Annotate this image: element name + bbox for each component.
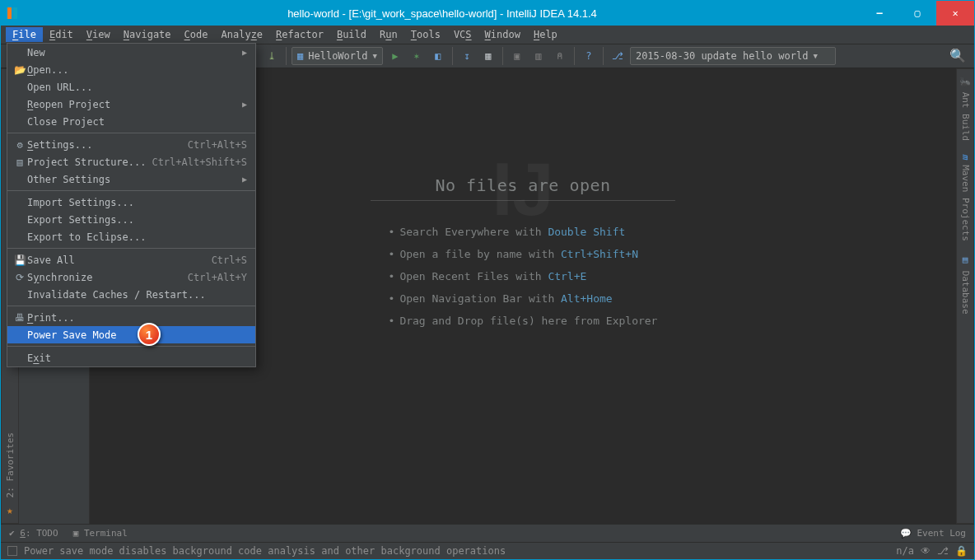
svg-rect-1 [13, 7, 17, 19]
file-menu-close[interactable]: Close Project [7, 113, 255, 130]
status-checkbox[interactable] [7, 546, 17, 556]
help-icon[interactable]: ? [580, 47, 598, 65]
menu-edit[interactable]: Edit [43, 27, 80, 42]
terminal-tool-button[interactable]: ▣ Terminal [73, 528, 128, 539]
lock-icon[interactable]: 🔒 [955, 545, 968, 557]
svg-rect-0 [7, 7, 12, 19]
debug-button-icon[interactable]: ✶ [408, 47, 426, 65]
annotation-badge: 1 [138, 323, 161, 346]
runconfig-icon: ▦ [297, 50, 303, 62]
tip-row: •Open a file by name with Ctrl+Shift+N [389, 248, 658, 260]
gear-icon: ⚙ [12, 139, 27, 151]
maven-projects-tab[interactable]: m Maven Projects [958, 147, 973, 248]
window-title: hello-world - [E:\git_work_space\hello-w… [24, 7, 861, 20]
menu-tools[interactable]: Tools [404, 27, 447, 42]
maximize-button[interactable]: ▢ [898, 1, 936, 26]
print-icon: 🖶 [12, 312, 27, 324]
minimize-button[interactable]: — [861, 1, 898, 26]
file-menu-print[interactable]: 🖶Print... [7, 309, 255, 326]
avd-icon[interactable]: ▣ [508, 47, 526, 65]
menu-bar: File Edit View Navigate Code Analyze Ref… [1, 26, 974, 44]
inspection-eye-icon[interactable]: 👁 [921, 545, 931, 557]
search-everywhere-icon[interactable]: 🔍 [949, 48, 966, 63]
file-menu-new[interactable]: New▶ [7, 44, 255, 61]
run-button-icon[interactable]: ▶ [386, 47, 404, 65]
favorites-star-icon[interactable]: ★ [7, 504, 13, 516]
menu-view[interactable]: View [80, 27, 117, 42]
close-button[interactable]: ✕ [936, 1, 974, 26]
tip-row: •Drag and Drop file(s) here from Explore… [389, 315, 658, 327]
menu-window[interactable]: Window [478, 27, 527, 42]
run-config-label: HelloWorld [308, 50, 367, 62]
menu-help[interactable]: Help [527, 27, 564, 42]
menu-navigate[interactable]: Navigate [117, 27, 178, 42]
menu-file[interactable]: File [6, 27, 43, 42]
file-menu-import-settings[interactable]: Import Settings... [7, 194, 255, 211]
tip-row: •Open Navigation Bar with Alt+Home [389, 292, 658, 305]
event-log-button[interactable]: 💬 Event Log [900, 528, 966, 539]
chevron-down-icon: ▼ [372, 52, 376, 60]
file-menu-project-structure[interactable]: ▤Project Structure...Ctrl+Alt+Shift+S [7, 153, 255, 170]
android-icon[interactable]: ⍝ [551, 47, 569, 65]
file-menu-settings[interactable]: ⚙Settings...Ctrl+Alt+S [7, 136, 255, 153]
menu-refactor[interactable]: Refactor [269, 27, 330, 42]
todo-tool-button[interactable]: ✔ 6: 6: TODOTODO [9, 528, 58, 539]
file-menu-export-settings[interactable]: Export Settings... [7, 211, 255, 228]
coverage-icon[interactable]: ◧ [429, 47, 447, 65]
database-tab[interactable]: ▤ Database [958, 248, 973, 321]
structure-icon: ▤ [12, 156, 27, 168]
sdk-icon[interactable]: ▥ [529, 47, 548, 65]
vcs-branch-icon[interactable]: ⎇ [609, 47, 627, 65]
make-project-icon[interactable]: ⤓ [263, 47, 281, 65]
file-menu-synchronize[interactable]: ⟳SynchronizeCtrl+Alt+Y [7, 268, 255, 286]
sync-icon: ⟳ [12, 272, 27, 283]
favorites-tool-tab[interactable]: 2: Favorites [2, 426, 18, 504]
intellij-watermark-icon: IJ [492, 147, 553, 232]
status-message: Power save mode disables background code… [24, 545, 506, 557]
git-branch-icon[interactable]: ⎇ [937, 545, 949, 557]
run-config-dropdown[interactable]: ▦ HelloWorld ▼ [292, 47, 383, 65]
menu-run[interactable]: Run [373, 27, 404, 42]
ant-build-tab[interactable]: 🐜 Ant Build [958, 69, 973, 147]
tool-window-bar: ✔ 6: 6: TODOTODO ▣ Terminal 💬 Event Log [1, 524, 974, 542]
title-bar: hello-world - [E:\git_work_space\hello-w… [1, 1, 974, 26]
file-menu-open[interactable]: 📂Open... [7, 61, 255, 78]
commit-icon[interactable]: ▦ [479, 47, 497, 65]
file-menu-exit[interactable]: Exit [7, 349, 255, 366]
intellij-logo-icon [6, 4, 24, 22]
file-menu-open-url[interactable]: Open URL... [7, 78, 255, 96]
folder-icon: 📂 [12, 64, 27, 76]
menu-build[interactable]: Build [330, 27, 373, 42]
update-project-icon[interactable]: ↧ [458, 47, 476, 65]
menu-code[interactable]: Code [178, 27, 215, 42]
file-menu-power-save-mode[interactable]: Power Save Mode 1 [7, 326, 255, 343]
file-menu-save-all[interactable]: 💾Save AllCtrl+S [7, 251, 255, 268]
file-menu-dropdown: New▶ 📂Open... Open URL... Reopen Project… [7, 43, 256, 367]
save-icon: 💾 [12, 254, 27, 266]
menu-vcs[interactable]: VCS [447, 27, 478, 42]
file-menu-other-settings[interactable]: Other Settings▶ [7, 170, 255, 188]
file-menu-invalidate[interactable]: Invalidate Caches / Restart... [7, 286, 255, 303]
vcs-log-label: 2015-08-30 update hello world [636, 50, 809, 62]
status-bar: Power save mode disables background code… [1, 542, 974, 559]
file-menu-reopen[interactable]: Reopen Project▶ [7, 96, 255, 113]
chevron-down-icon: ▼ [813, 52, 817, 60]
file-menu-export-eclipse[interactable]: Export to Eclipse... [7, 228, 255, 245]
right-gutter: 🐜 Ant Build m Maven Projects ▤ Database [956, 68, 974, 524]
menu-analyze[interactable]: Analyze [215, 27, 270, 42]
vcs-log-dropdown[interactable]: 2015-08-30 update hello world ▼ [630, 47, 836, 65]
status-right: n/a [896, 545, 914, 557]
tip-row: •Open Recent Files with Ctrl+E [389, 270, 658, 282]
tips-list: •Search Everywhere with Double Shift•Ope… [389, 226, 658, 327]
